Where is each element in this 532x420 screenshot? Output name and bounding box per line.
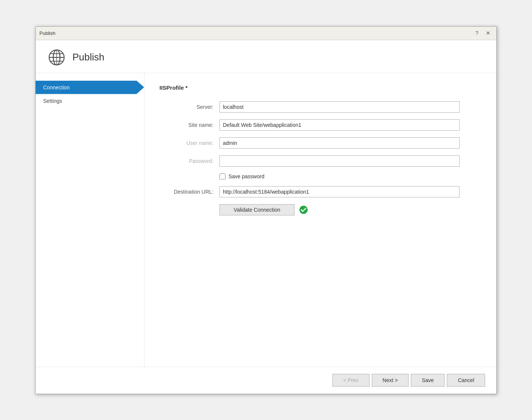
server-row: Server: bbox=[159, 101, 481, 113]
validate-row: Validate Connection bbox=[159, 204, 481, 215]
save-password-row: Save password bbox=[159, 173, 481, 179]
validation-success-icon bbox=[299, 205, 308, 214]
server-label: Server: bbox=[159, 104, 219, 110]
title-bar-controls: ? ✕ bbox=[473, 30, 493, 36]
password-row: Password: bbox=[159, 155, 481, 167]
globe-icon bbox=[47, 48, 66, 67]
section-title: IISProfile * bbox=[159, 84, 481, 91]
password-label: Password: bbox=[159, 158, 219, 164]
user-name-label: User name: bbox=[159, 140, 219, 146]
destination-url-label: Destination URL: bbox=[159, 189, 219, 195]
sidebar-item-connection-label: Connection bbox=[43, 84, 70, 90]
site-name-row: Site name: bbox=[159, 119, 481, 131]
window-title: Publish bbox=[39, 30, 56, 36]
help-button[interactable]: ? bbox=[473, 30, 481, 36]
save-password-checkbox[interactable] bbox=[219, 173, 225, 179]
window-content: Publish Connection Settings IISProfile *… bbox=[36, 40, 496, 394]
destination-url-row: Destination URL: bbox=[159, 186, 481, 197]
destination-url-input[interactable] bbox=[219, 186, 460, 197]
server-input[interactable] bbox=[219, 101, 460, 113]
validate-connection-button[interactable]: Validate Connection bbox=[219, 204, 295, 215]
form-area: IISProfile * Server: Site name: User nam… bbox=[144, 73, 496, 367]
close-button[interactable]: ✕ bbox=[484, 30, 493, 36]
publish-window: Publish ? ✕ Publish bbox=[35, 26, 497, 394]
save-password-label[interactable]: Save password bbox=[228, 173, 264, 179]
cancel-button[interactable]: Cancel bbox=[447, 374, 485, 387]
title-bar-left: Publish bbox=[39, 30, 56, 36]
prev-button[interactable]: < Prev bbox=[332, 374, 370, 387]
sidebar: Connection Settings bbox=[36, 73, 144, 367]
save-button[interactable]: Save bbox=[411, 374, 445, 387]
next-button[interactable]: Next > bbox=[372, 374, 409, 387]
sidebar-item-settings[interactable]: Settings bbox=[36, 94, 144, 108]
user-name-row: User name: bbox=[159, 137, 481, 149]
sidebar-item-connection[interactable]: Connection bbox=[36, 81, 144, 94]
user-name-input[interactable] bbox=[219, 137, 460, 149]
sidebar-item-settings-label: Settings bbox=[43, 98, 62, 104]
password-input[interactable] bbox=[219, 155, 460, 167]
site-name-label: Site name: bbox=[159, 122, 219, 128]
svg-point-6 bbox=[299, 206, 308, 214]
title-bar: Publish ? ✕ bbox=[36, 27, 496, 40]
main-area: Connection Settings IISProfile * Server:… bbox=[36, 73, 496, 367]
footer-area: < Prev Next > Save Cancel bbox=[36, 367, 496, 394]
header-area: Publish bbox=[36, 40, 496, 73]
page-title: Publish bbox=[72, 51, 104, 63]
site-name-input[interactable] bbox=[219, 119, 460, 131]
